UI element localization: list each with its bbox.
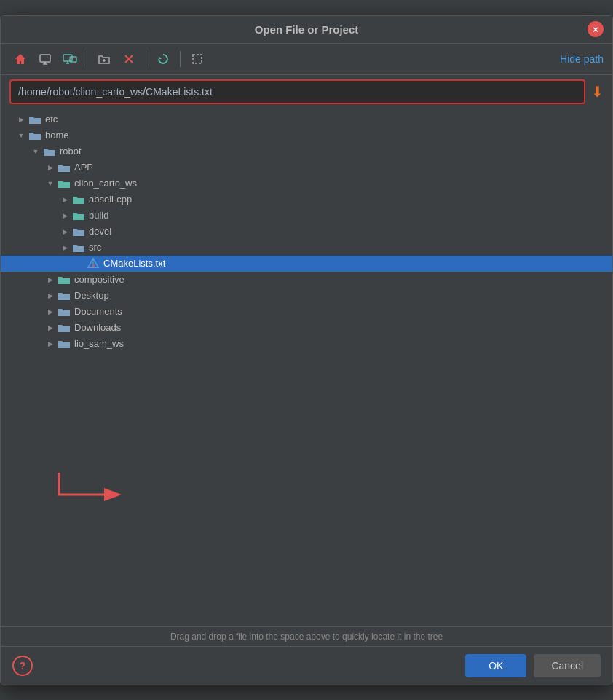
arrow-etc <box>15 114 27 125</box>
path-input-wrapper <box>9 79 585 104</box>
arrow-clion <box>44 178 56 189</box>
open-file-dialog: Open File or Project × <box>0 15 613 685</box>
monitor2-button[interactable] <box>59 48 81 70</box>
svg-rect-3 <box>63 55 72 61</box>
folder-icon-src <box>72 243 85 253</box>
title-bar: Open File or Project × <box>1 16 612 44</box>
new-folder-icon <box>98 52 111 66</box>
svg-text:▲: ▲ <box>91 261 95 267</box>
separator3 <box>180 51 181 67</box>
label-devel: devel <box>89 226 111 237</box>
arrow-build <box>59 210 71 221</box>
arrow-compositive <box>44 274 56 286</box>
label-src: src <box>89 242 101 253</box>
label-documents: Documents <box>74 306 122 317</box>
folder-icon-etc <box>28 114 41 125</box>
refresh-button[interactable] <box>152 48 174 70</box>
folder-icon-lio <box>58 339 71 349</box>
tree-item-compositive[interactable]: compositive <box>1 272 612 288</box>
folder-icon-APP <box>58 162 71 173</box>
folder-icon-desktop <box>58 291 71 301</box>
path-bar: ⬇ <box>1 75 612 109</box>
monitor-button[interactable] <box>34 48 56 70</box>
label-etc: etc <box>45 114 58 125</box>
arrow-cmake <box>74 258 85 270</box>
tree-item-clion-carto-ws[interactable]: clion_carto_ws <box>1 176 612 192</box>
arrow-home <box>15 130 27 141</box>
label-lio: lio_sam_ws <box>74 338 124 349</box>
download-icon[interactable]: ⬇ <box>591 83 604 101</box>
dotted-rect-icon <box>191 52 204 66</box>
close-button[interactable]: × <box>588 21 604 37</box>
monitor-icon <box>39 52 52 66</box>
arrow-APP <box>44 162 56 173</box>
label-desktop: Desktop <box>74 290 109 301</box>
folder-icon-abseil <box>72 194 85 205</box>
red-arrow-annotation <box>52 465 139 509</box>
new-folder-button[interactable] <box>93 48 115 70</box>
folder-icon-downloads <box>58 323 71 333</box>
home-icon <box>14 52 27 66</box>
tree-item-downloads[interactable]: Downloads <box>1 320 612 336</box>
arrow-robot <box>30 146 41 157</box>
separator2 <box>146 51 146 67</box>
delete-button[interactable] <box>118 48 140 70</box>
hide-path-button[interactable]: Hide path <box>560 53 604 65</box>
folder-icon-robot <box>43 146 56 157</box>
arrow-devel <box>59 226 71 237</box>
tree-item-abseil-cpp[interactable]: abseil-cpp <box>1 192 612 208</box>
path-input[interactable] <box>18 86 577 98</box>
dotted-rect-button[interactable] <box>186 48 208 70</box>
arrow-lio <box>44 338 56 350</box>
tree-item-home[interactable]: home <box>1 127 612 143</box>
tree-item-APP[interactable]: APP <box>1 160 612 176</box>
tree-item-documents[interactable]: Documents <box>1 304 612 320</box>
arrow-abseil <box>59 194 71 205</box>
tree-item-etc[interactable]: etc <box>1 111 612 127</box>
label-abseil: abseil-cpp <box>89 194 132 205</box>
tree-item-robot[interactable]: robot <box>1 143 612 160</box>
label-clion: clion_carto_ws <box>74 178 137 189</box>
label-robot: robot <box>60 146 82 157</box>
tree-item-lio-sam-ws[interactable]: lio_sam_ws <box>1 336 612 352</box>
label-build: build <box>89 210 108 221</box>
cmake-file-icon: ▲ <box>87 259 100 269</box>
svg-rect-0 <box>40 55 50 62</box>
home-button[interactable] <box>9 48 31 70</box>
status-bar: Drag and drop a file into the space abov… <box>1 626 612 646</box>
label-home: home <box>45 130 69 141</box>
refresh-icon <box>157 52 170 66</box>
arrow-desktop <box>44 290 56 302</box>
monitor2-icon <box>63 52 77 66</box>
folder-icon-build <box>72 211 85 221</box>
arrow-documents <box>44 306 56 318</box>
bottom-bar: ? OK Cancel <box>1 646 612 685</box>
folder-icon-home <box>28 130 41 141</box>
folder-icon-compositive <box>58 275 71 285</box>
label-cmakelists: CMakeLists.txt <box>103 258 165 269</box>
status-text: Drag and drop a file into the space abov… <box>9 632 604 642</box>
tree-item-src[interactable]: src <box>1 240 612 256</box>
help-button[interactable]: ? <box>12 656 33 676</box>
tree-item-devel[interactable]: devel <box>1 224 612 240</box>
cancel-button[interactable]: Cancel <box>534 654 601 677</box>
separator1 <box>87 51 87 67</box>
label-compositive: compositive <box>74 274 124 285</box>
folder-icon-devel <box>72 227 85 237</box>
delete-icon <box>124 54 134 64</box>
tree-item-desktop[interactable]: Desktop <box>1 288 612 304</box>
folder-icon-documents <box>58 307 71 317</box>
folder-icon-clion <box>58 178 71 189</box>
ok-button[interactable]: OK <box>465 654 526 677</box>
action-buttons: OK Cancel <box>465 654 601 677</box>
arrow-src <box>59 242 71 253</box>
tree-item-cmakelists[interactable]: ▲ CMakeLists.txt <box>1 256 612 272</box>
tree-item-build[interactable]: build <box>1 208 612 224</box>
toolbar: Hide path <box>1 44 612 75</box>
label-downloads: Downloads <box>74 322 121 333</box>
svg-rect-12 <box>193 55 202 63</box>
file-tree[interactable]: etc home robot APP <box>1 109 612 626</box>
label-APP: APP <box>74 162 93 173</box>
svg-marker-11 <box>159 56 162 59</box>
dialog-title: Open File or Project <box>255 23 359 36</box>
